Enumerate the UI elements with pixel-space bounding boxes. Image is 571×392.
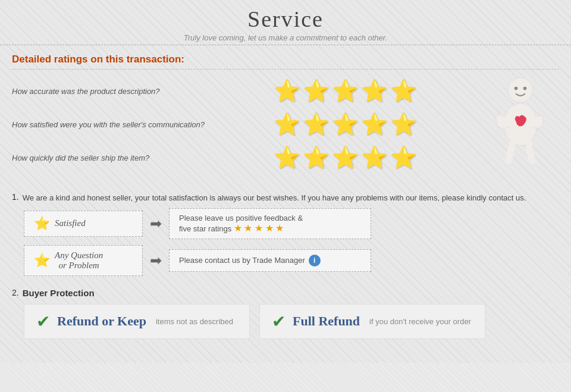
arrow-icon-2: ➡ xyxy=(150,252,162,269)
feedback-row-satisfied: ⭐ Satisfied ➡ Please leave us positive f… xyxy=(24,208,559,239)
star-1-5: ⭐ xyxy=(390,80,417,102)
ratings-section: How accurate was the product description… xyxy=(12,80,559,180)
star-1-2: ⭐ xyxy=(303,80,330,102)
feedback-result-box-1: Please leave us positive feedback & five… xyxy=(169,208,371,239)
star-1-4: ⭐ xyxy=(361,80,388,102)
satisfied-star-icon: ⭐ xyxy=(34,216,50,231)
stars-row-1: ⭐ ⭐ ⭐ ⭐ ⭐ xyxy=(274,80,417,102)
inline-star-4: ★ xyxy=(265,223,274,233)
list-section: 1. We are a kind and honest seller, your… xyxy=(12,192,559,339)
buyer-protection-label: Buyer Protection xyxy=(23,288,95,298)
page-wrapper: Service Truly love coming, let us make a… xyxy=(0,0,571,363)
star-1-1: ⭐ xyxy=(274,80,300,102)
svg-point-2 xyxy=(514,87,518,90)
question-box: ⭐ Any Question or Problem xyxy=(24,245,143,276)
stars-row-2: ⭐ ⭐ ⭐ ⭐ ⭐ xyxy=(274,114,417,135)
refund-keep-main: Refund or Keep xyxy=(57,313,146,329)
trade-manager-icon: i xyxy=(309,255,321,266)
figure-image xyxy=(482,74,559,164)
star-2-5: ⭐ xyxy=(390,114,417,135)
header-subtitle: Truly love coming, let us make a commitm… xyxy=(0,33,571,42)
star-1-3: ⭐ xyxy=(332,80,359,102)
refund-keep-sub: items not as described xyxy=(156,317,233,326)
list-item-1: 1. We are a kind and honest seller, your… xyxy=(12,192,559,276)
question-line2: or Problem xyxy=(55,261,103,271)
satisfied-box: ⭐ Satisfied xyxy=(24,211,143,237)
star-3-2: ⭐ xyxy=(303,147,330,168)
svg-point-3 xyxy=(523,87,527,90)
star-2-2: ⭐ xyxy=(303,114,330,135)
question-line1: Any Question xyxy=(55,250,103,261)
question-gray-star-icon: ⭐ xyxy=(34,253,50,268)
full-refund-sub: if you don't receive your order xyxy=(369,317,471,326)
contact-box: Please contact us by Trade Manager i xyxy=(169,249,371,272)
contact-text: Please contact us by Trade Manager xyxy=(179,256,305,265)
section-title: Detailed ratings on this transaction: xyxy=(12,54,559,70)
page-header: Service Truly love coming, let us make a… xyxy=(0,0,571,45)
star-3-5: ⭐ xyxy=(390,147,417,168)
full-refund-main: Full Refund xyxy=(293,313,360,329)
inline-star-2: ★ xyxy=(244,223,252,233)
rating-question-3: How quickly did the seller ship the item… xyxy=(12,153,268,162)
star-2-3: ⭐ xyxy=(332,114,359,135)
full-refund-box: ✔ Full Refund if you don't receive your … xyxy=(259,304,485,339)
feedback-row-question: ⭐ Any Question or Problem ➡ Please conta… xyxy=(24,245,559,276)
svg-point-0 xyxy=(508,78,532,102)
check-icon-2: ✔ xyxy=(272,312,286,331)
list-number-1: 1. xyxy=(12,192,19,205)
feedback-rows: ⭐ Satisfied ➡ Please leave us positive f… xyxy=(24,208,559,276)
stars-row-3: ⭐ ⭐ ⭐ ⭐ ⭐ xyxy=(274,147,417,168)
arrow-icon-1: ➡ xyxy=(150,215,162,232)
feedback-result-line1: Please leave us positive feedback & xyxy=(179,214,303,222)
star-3-3: ⭐ xyxy=(332,147,359,168)
check-icon-1: ✔ xyxy=(36,312,50,331)
refund-keep-box: ✔ Refund or Keep items not as described xyxy=(24,304,250,339)
star-3-1: ⭐ xyxy=(274,147,300,168)
star-2-4: ⭐ xyxy=(361,114,388,135)
page-title: Service xyxy=(0,6,571,32)
list-text-1: We are a kind and honest seller, your to… xyxy=(23,192,526,205)
main-content: Detailed ratings on this transaction: Ho… xyxy=(0,45,571,363)
question-box-content: Any Question or Problem xyxy=(55,250,103,271)
rating-row-3: How quickly did the seller ship the item… xyxy=(12,147,559,168)
inline-star-5: ★ xyxy=(275,223,284,233)
feedback-result-line2: five star ratings xyxy=(179,224,231,233)
rating-question-2: How satisfied were you with the seller's… xyxy=(12,120,268,129)
feedback-inline-stars: ★ ★ ★ ★ ★ xyxy=(234,224,284,233)
rating-question-1: How accurate was the product description… xyxy=(12,87,268,96)
mascot-svg xyxy=(485,74,556,164)
star-3-4: ⭐ xyxy=(361,147,388,168)
list-number-2: 2. xyxy=(12,288,19,298)
rating-row-1: How accurate was the product description… xyxy=(12,80,559,102)
star-2-1: ⭐ xyxy=(274,114,300,135)
list-item-2: 2. Buyer Protection ✔ Refund or Keep ite… xyxy=(12,288,559,339)
satisfied-label: Satisfied xyxy=(55,218,86,228)
inline-star-1: ★ xyxy=(234,223,242,233)
inline-star-3: ★ xyxy=(255,223,263,233)
ratings-left: How accurate was the product description… xyxy=(12,80,559,180)
rating-row-2: How satisfied were you with the seller's… xyxy=(12,114,559,135)
buyer-boxes: ✔ Refund or Keep items not as described … xyxy=(24,304,559,339)
